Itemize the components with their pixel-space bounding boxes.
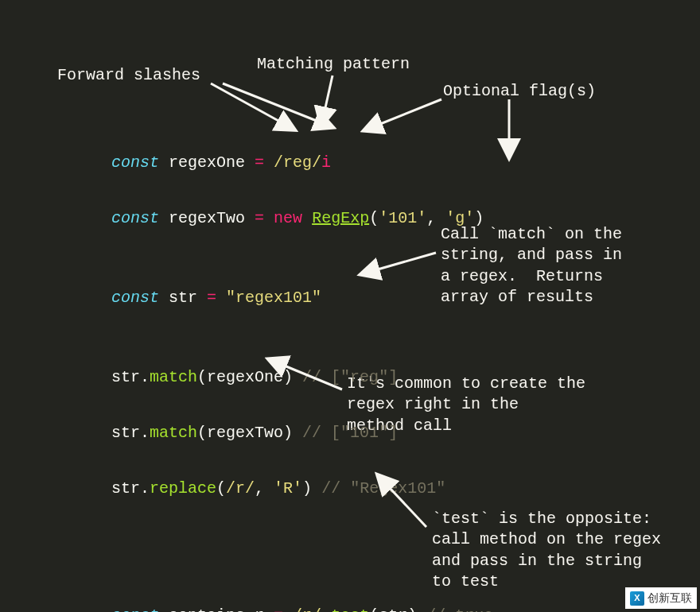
annotation-matching-pattern: Matching pattern — [257, 54, 410, 75]
watermark-text: 创新互联 — [648, 590, 692, 606]
code-line-3: const str = "regex101" — [111, 286, 493, 318]
code-block: const regexOne = /reg/i const regexTwo =… — [111, 127, 493, 612]
annotation-forward-slashes: Forward slashes — [57, 65, 200, 86]
code-line-5: str.match(regexTwo) // ["101"] — [111, 421, 493, 453]
watermark-logo-icon: X — [630, 591, 644, 606]
svg-line-0 — [211, 83, 294, 130]
code-line-1: const regexOne = /reg/i — [111, 151, 493, 183]
watermark-badge: X 创新互联 — [625, 587, 697, 609]
code-line-2: const regexTwo = new RegExp('101', 'g') — [111, 207, 493, 238]
code-line-6: str.replace(/r/, 'R') // "Regex101" — [111, 477, 493, 509]
svg-line-2 — [321, 76, 332, 126]
svg-line-1 — [223, 83, 332, 127]
code-line-4: str.match(regexOne) // ["reg"] — [111, 366, 493, 397]
annotation-optional-flags: Optional flag(s) — [443, 81, 596, 102]
svg-line-3 — [364, 99, 441, 130]
code-line-7: const contains_r = /r/.test(str) // true — [111, 604, 493, 612]
